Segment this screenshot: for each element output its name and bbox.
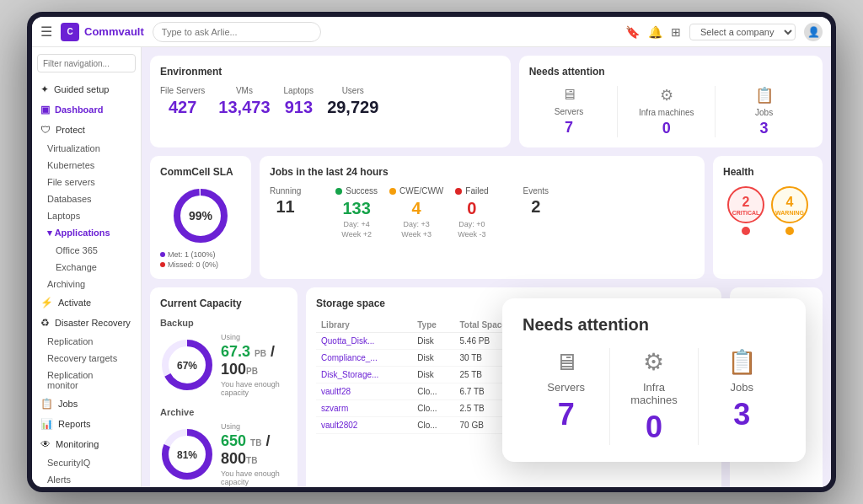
capacity-title: Current Capacity [160,298,287,309]
health-critical: 2 CRITICAL [727,186,764,235]
lib-name-cell[interactable]: szvarm [316,400,412,417]
type-cell: Disk [412,367,454,383]
sidebar-item-securityiq[interactable]: SecurityIQ [32,454,141,471]
sidebar-item-replication-monitor[interactable]: Replication monitor [32,367,141,394]
app-logo: C Commvault [61,23,144,41]
sidebar-item-label: Disaster Recovery [55,318,131,328]
archive-using-value: 650 TB / 800TB [221,432,287,468]
backup-using-value: 67.3 PB / 100PB [221,343,287,378]
popup-jobs-label: Jobs [712,381,772,394]
sidebar-item-archiving[interactable]: Archiving [32,276,141,292]
sidebar-filter-input[interactable] [37,54,136,72]
popup-title: Needs attention [523,315,785,335]
needs-item-jobs: 📋 Jobs 3 [724,86,812,137]
user-avatar[interactable]: 👤 [804,23,823,41]
backup-details: Using 67.3 PB / 100PB You have enough ca… [221,333,287,397]
sidebar-item-label: Guided setup [54,84,109,94]
sidebar-item-label: Monitoring [56,439,99,449]
warning-label: WARNING [775,210,804,216]
col-library: Library [316,318,412,333]
type-cell: Disk [412,350,454,367]
sidebar-item-kubernetes[interactable]: Kubernetes [32,157,141,174]
running-label: Running [270,186,301,196]
bookmark-icon[interactable]: 🔖 [625,25,640,39]
popup-jobs-icon: 📋 [712,348,772,376]
env-stat-laptops: Laptops 913 [284,86,314,117]
env-stat-label: Laptops [284,86,314,95]
sidebar-item-virtualization[interactable]: Virtualization [32,140,141,157]
sidebar-item-dashboard[interactable]: ▣ Dashboard [32,99,141,120]
sidebar-item-protect[interactable]: 🛡 Protect [32,120,141,140]
sidebar-item-office365[interactable]: Office 365 [32,242,141,259]
archive-donut: 81% Using 650 TB / 800TB You hav [160,422,287,486]
sidebar-item-laptops[interactable]: Laptops [32,207,141,224]
lib-name-cell[interactable]: Compliance_... [316,350,412,367]
job-cwe: CWE/CWW 4 Day: +3 Week +3 [389,186,443,239]
lib-name-cell[interactable]: Quotta_Disk... [316,333,412,350]
sla-value: 99% [189,209,212,223]
sidebar-item-alerts[interactable]: Alerts [32,471,141,487]
sidebar-item-label: Reports [58,419,91,429]
sidebar-item-reports[interactable]: 📊 Reports [32,414,141,434]
search-input[interactable] [153,22,321,42]
needs-item-label: Jobs [724,108,804,117]
sidebar-item-disaster-recovery[interactable]: ♻ Disaster Recovery [32,313,141,333]
failed-value: 0 [455,199,488,218]
health-warning: 4 WARNING [771,186,808,235]
env-stat-label: VMs [218,86,270,95]
sidebar-item-monitoring[interactable]: 👁 Monitoring [32,434,141,454]
sidebar-item-exchange[interactable]: Exchange [32,259,141,276]
cwe-value: 4 [389,199,443,218]
warning-circle: 4 WARNING [771,186,808,223]
servers-icon: 🖥 [529,86,609,104]
failed-label: Failed [465,186,488,196]
critical-dot [742,227,750,235]
sidebar-item-jobs[interactable]: 📋 Jobs [32,394,141,414]
sidebar-item-activate[interactable]: ⚡ Activate [32,292,141,313]
popup-servers-value: 7 [536,397,596,432]
main-content: Environment File Servers 427 VMs 13,473 [142,47,831,487]
sidebar-item-file-servers[interactable]: File servers [32,174,141,190]
sidebar-item-databases[interactable]: Databases [32,190,141,207]
cwe-label: CWE/CWW [399,186,443,196]
env-stat-label: Users [327,86,378,95]
svg-text:81%: 81% [177,449,197,461]
jobs-card: Jobs in the last 24 hours Running 11 Suc… [260,156,705,279]
cwe-label-row: CWE/CWW [389,186,443,196]
critical-label: CRITICAL [732,210,760,216]
sidebar-item-applications[interactable]: ▾ Applications [32,224,141,242]
lib-name-cell[interactable]: vaultf28 [316,383,412,400]
sidebar-item-recovery-targets[interactable]: Recovery targets [32,350,141,367]
critical-circle: 2 CRITICAL [727,186,764,223]
company-select[interactable]: Select a company [689,24,796,40]
guided-setup-icon: ✦ [40,83,49,95]
warning-value: 4 [786,195,794,210]
popup-servers-label: Servers [536,381,596,394]
sla-legend: Met: 1 (100%) Missed: 0 (0%) [160,250,241,269]
bell-icon[interactable]: 🔔 [648,25,662,39]
sidebar-item-label: Dashboard [55,105,103,115]
env-stat-label: File Servers [160,86,205,95]
failed-sub: Day: +0 Week -3 [455,220,488,239]
sidebar-item-guided-setup[interactable]: ✦ Guided setup [32,79,141,99]
jobs-icon: 📋 [40,398,53,410]
lib-name-cell[interactable]: Disk_Storage... [316,367,412,383]
protect-icon: 🛡 [40,124,51,136]
popup-servers-icon: 🖥 [536,348,596,376]
type-cell: Clo... [412,400,454,417]
sidebar-item-replication[interactable]: Replication [32,333,141,350]
backup-donut: 67% Using 67.3 PB / 100PB You ha [160,333,287,397]
lib-name-cell[interactable]: vault2802 [316,417,412,434]
health-title: Health [723,166,812,178]
needs-item-label: Infra machines [626,108,706,117]
health-card: Health 2 CRITICAL 4 [713,156,823,279]
svg-text:67%: 67% [177,360,197,372]
menu-icon[interactable]: ☰ [40,24,52,40]
env-stat-value: 13,473 [218,98,270,117]
sla-gauge: 99% [171,186,230,245]
grid-icon[interactable]: ⊞ [671,25,681,39]
logo-text: Commvault [84,25,144,38]
environment-title: Environment [160,66,501,78]
job-failed: Failed 0 Day: +0 Week -3 [455,186,488,239]
health-items: 2 CRITICAL 4 WARNING [723,186,812,235]
